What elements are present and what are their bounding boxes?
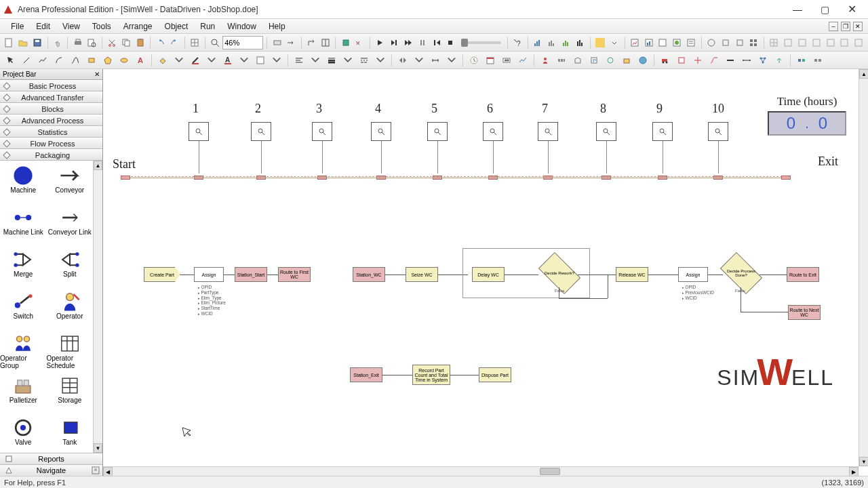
mdi-minimize-button[interactable]: – bbox=[829, 22, 838, 31]
parking-icon[interactable]: P bbox=[587, 53, 601, 68]
maximize-button[interactable]: ▢ bbox=[811, 1, 838, 18]
dropdown2-icon[interactable] bbox=[204, 53, 219, 68]
menu-arrange[interactable]: Arrange bbox=[118, 20, 158, 33]
palette-item-machine-link[interactable]: Machine Link bbox=[0, 205, 47, 247]
category-navigate[interactable]: Navigate bbox=[0, 464, 102, 476]
save-button[interactable] bbox=[31, 35, 44, 50]
intersection-icon[interactable] bbox=[690, 53, 705, 68]
grid7-button[interactable] bbox=[852, 35, 865, 50]
palette-item-storage[interactable]: Storage bbox=[47, 373, 94, 415]
global-icon[interactable] bbox=[635, 53, 650, 68]
block-delay-wc[interactable]: Delay WC bbox=[472, 267, 505, 282]
close-button[interactable]: ✕ bbox=[838, 1, 865, 18]
opt1-button[interactable] bbox=[705, 35, 717, 50]
menu-file[interactable]: File bbox=[5, 20, 29, 33]
block-record[interactable]: Record Part Count and Total Time in Syst… bbox=[412, 365, 450, 385]
module-connect-button[interactable] bbox=[305, 35, 318, 50]
fastforward-button[interactable] bbox=[401, 35, 414, 50]
chart4-button[interactable] bbox=[574, 35, 587, 50]
block-station-exit[interactable]: Station_Exit bbox=[350, 367, 382, 382]
line-color-button[interactable] bbox=[188, 53, 203, 68]
line-weight-button[interactable] bbox=[324, 53, 339, 68]
menu-edit[interactable]: Edit bbox=[31, 20, 56, 33]
mdi-close-button[interactable]: ✕ bbox=[853, 22, 863, 31]
category-basic-process[interactable]: Basic Process bbox=[0, 80, 102, 92]
zoom-button[interactable] bbox=[208, 35, 221, 50]
report4-button[interactable] bbox=[671, 35, 684, 50]
split-screen-button[interactable] bbox=[319, 35, 332, 50]
polyline-button[interactable] bbox=[35, 53, 50, 68]
block-release-wc[interactable]: Release WC bbox=[616, 267, 648, 282]
palette-item-conveyor-link[interactable]: Conveyor Link bbox=[47, 205, 94, 247]
print-button[interactable] bbox=[71, 35, 84, 50]
bezier-button[interactable] bbox=[68, 53, 83, 68]
line-style-button[interactable] bbox=[357, 53, 372, 68]
go-button[interactable] bbox=[374, 35, 387, 50]
grid5-button[interactable] bbox=[824, 35, 837, 50]
zoom-combo[interactable] bbox=[222, 36, 263, 49]
block-route-first[interactable]: Route to First WC bbox=[278, 267, 311, 282]
grid4-button[interactable] bbox=[810, 35, 823, 50]
station-marker-5[interactable] bbox=[427, 122, 448, 141]
palette-item-operator[interactable]: Operator bbox=[47, 289, 94, 331]
vscroll-down-icon[interactable]: ▼ bbox=[859, 457, 868, 466]
station-marker-10[interactable] bbox=[708, 122, 728, 141]
box-button[interactable] bbox=[84, 53, 99, 68]
undo-button[interactable] bbox=[154, 35, 167, 50]
block-create-part[interactable]: Create Part bbox=[144, 267, 180, 282]
scroll-down-icon[interactable]: ▼ bbox=[94, 443, 102, 453]
segment-icon[interactable] bbox=[723, 53, 738, 68]
report5-button[interactable] bbox=[685, 35, 698, 50]
arc-button[interactable] bbox=[52, 53, 66, 68]
report2-button[interactable] bbox=[642, 35, 655, 50]
menu-tools[interactable]: Tools bbox=[87, 20, 117, 33]
network-icon[interactable] bbox=[755, 53, 770, 68]
station-marker-3[interactable] bbox=[312, 122, 332, 141]
hscroll-thumb[interactable] bbox=[540, 468, 560, 475]
category-flow-process[interactable]: Flow Process bbox=[0, 138, 102, 149]
dropdown3-icon[interactable] bbox=[237, 53, 252, 68]
animate1-button[interactable] bbox=[794, 53, 809, 68]
text-button[interactable]: A bbox=[133, 53, 148, 68]
hscroll-right-icon[interactable]: ▶ bbox=[849, 467, 859, 476]
menu-run[interactable]: Run bbox=[195, 20, 220, 33]
dropdown9-icon[interactable] bbox=[444, 53, 459, 68]
opt2-button[interactable] bbox=[719, 35, 732, 50]
palette-item-operator-schedule[interactable]: Operator Schedule bbox=[47, 331, 94, 373]
speed-slider[interactable] bbox=[461, 41, 501, 44]
attach-button[interactable] bbox=[51, 35, 64, 50]
block-route-next[interactable]: Route to Next WC bbox=[788, 305, 821, 320]
dropdown-icon[interactable] bbox=[608, 35, 621, 50]
palette-item-tank[interactable]: Tank bbox=[47, 415, 94, 453]
distance-icon[interactable] bbox=[739, 53, 754, 68]
resource-icon[interactable] bbox=[619, 53, 634, 68]
vscroll-up-icon[interactable]: ▲ bbox=[859, 69, 868, 79]
flip-h-button[interactable] bbox=[395, 53, 410, 68]
storage-icon[interactable] bbox=[570, 53, 585, 68]
menu-object[interactable]: Object bbox=[159, 20, 194, 33]
copy-button[interactable] bbox=[120, 35, 133, 50]
grid3-button[interactable] bbox=[795, 35, 808, 50]
block-decide-done[interactable]: Decide Process Done? bbox=[720, 252, 762, 294]
block-assign-1[interactable]: Assign bbox=[194, 267, 224, 282]
break-button[interactable]: ✕ bbox=[353, 35, 366, 50]
conveyor-endpoint[interactable] bbox=[781, 176, 791, 180]
station-marker-1[interactable] bbox=[189, 122, 209, 141]
category-advanced-process[interactable]: Advanced Process bbox=[0, 115, 102, 126]
palette-item-palletizer[interactable]: Palletizer bbox=[0, 373, 47, 415]
palette-item-split[interactable]: Split bbox=[47, 247, 94, 289]
pointer-button[interactable] bbox=[3, 53, 18, 68]
fill-color-button[interactable] bbox=[155, 53, 170, 68]
route-icon[interactable] bbox=[707, 53, 722, 68]
new-button[interactable] bbox=[3, 35, 16, 50]
conveyor-endpoint[interactable] bbox=[121, 176, 130, 180]
block-station-start[interactable]: Station_Start bbox=[235, 267, 267, 282]
block-assign-2[interactable]: Assign bbox=[678, 267, 708, 282]
station-marker-9[interactable] bbox=[652, 122, 673, 141]
paste-button[interactable] bbox=[134, 35, 146, 50]
print-preview-button[interactable] bbox=[85, 35, 98, 50]
block-dispose[interactable]: Dispose Part bbox=[479, 367, 511, 382]
dropdown5-icon[interactable] bbox=[308, 53, 323, 68]
opt4-button[interactable] bbox=[747, 35, 760, 50]
report1-button[interactable] bbox=[628, 35, 641, 50]
